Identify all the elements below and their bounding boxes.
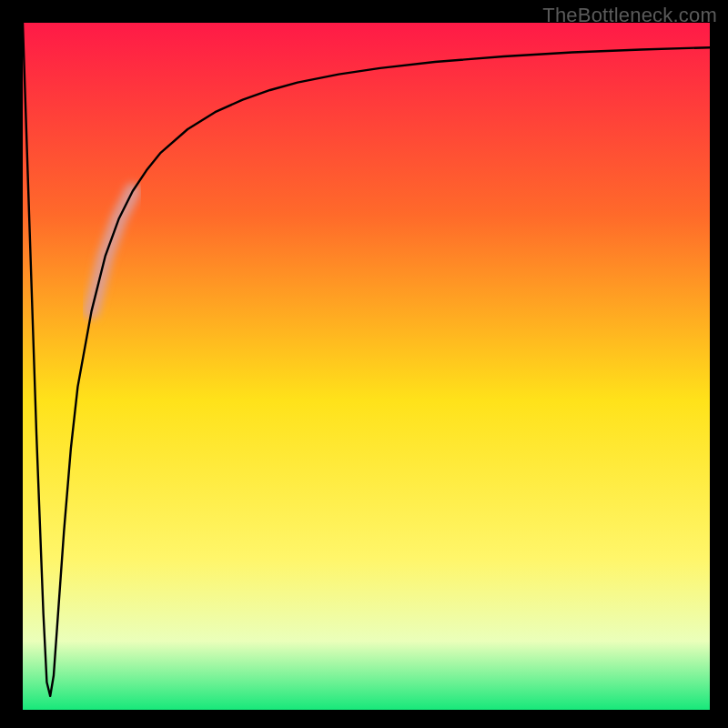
chart-frame: TheBottleneck.com (0, 0, 728, 728)
watermark-text: TheBottleneck.com (542, 4, 717, 27)
chart-svg (23, 23, 710, 710)
plot-area (23, 23, 710, 710)
gradient-background (23, 23, 710, 710)
